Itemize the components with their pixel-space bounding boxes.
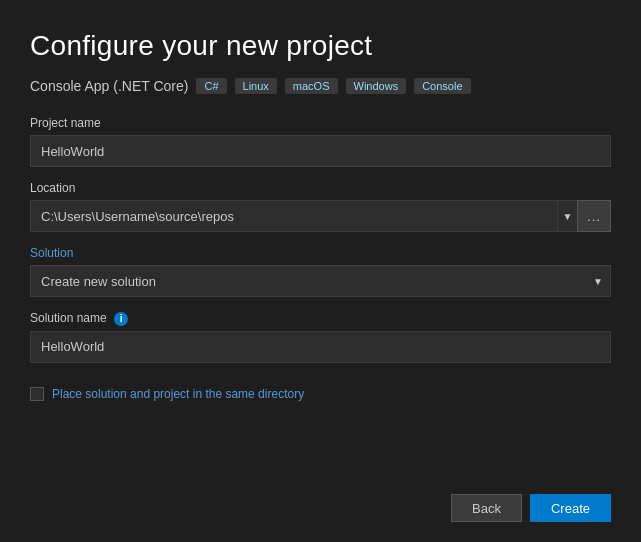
project-name-input[interactable] — [30, 135, 611, 167]
location-group: Location ▼ ... — [30, 181, 611, 232]
back-button[interactable]: Back — [451, 494, 522, 522]
solution-group: Solution Create new solutionAdd to solut… — [30, 246, 611, 297]
location-label: Location — [30, 181, 611, 195]
subtitle-row: Console App (.NET Core) C# Linux macOS W… — [30, 78, 611, 94]
project-template-name: Console App (.NET Core) — [30, 78, 188, 94]
tag-console: Console — [414, 78, 470, 94]
solution-select[interactable]: Create new solutionAdd to solutionCreate… — [30, 265, 611, 297]
same-directory-checkbox[interactable] — [30, 387, 44, 401]
solution-name-group: Solution name i — [30, 311, 611, 363]
same-directory-label[interactable]: Place solution and project in the same d… — [52, 387, 304, 401]
project-name-label: Project name — [30, 116, 611, 130]
solution-name-label: Solution name i — [30, 311, 611, 326]
location-dropdown-button[interactable]: ▼ — [557, 200, 577, 232]
solution-name-input[interactable] — [30, 331, 611, 363]
same-directory-row: Place solution and project in the same d… — [30, 387, 611, 401]
tag-macos: macOS — [285, 78, 338, 94]
location-row: ▼ ... — [30, 200, 611, 232]
footer-buttons: Back Create — [30, 484, 611, 522]
project-name-group: Project name — [30, 116, 611, 167]
solution-select-wrapper: Create new solutionAdd to solutionCreate… — [30, 265, 611, 297]
location-browse-button[interactable]: ... — [577, 200, 611, 232]
location-input[interactable] — [30, 200, 557, 232]
solution-name-info-icon[interactable]: i — [114, 312, 128, 326]
tag-linux: Linux — [235, 78, 277, 94]
tag-csharp: C# — [196, 78, 226, 94]
tag-windows: Windows — [346, 78, 407, 94]
create-button[interactable]: Create — [530, 494, 611, 522]
solution-label: Solution — [30, 246, 611, 260]
page-title: Configure your new project — [30, 30, 611, 62]
